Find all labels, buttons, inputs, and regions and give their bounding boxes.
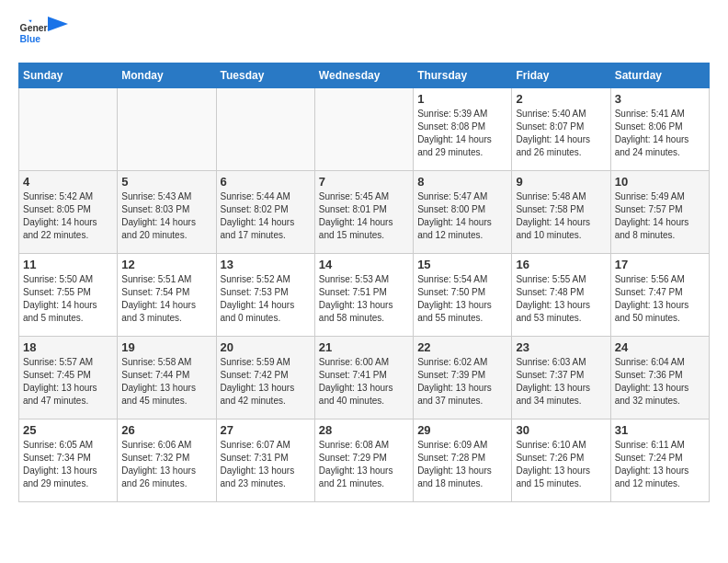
- day-number: 23: [516, 340, 606, 354]
- calendar-cell: [118, 88, 216, 171]
- weekday-header-tuesday: Tuesday: [216, 63, 314, 88]
- calendar-cell: 19Sunrise: 5:58 AM Sunset: 7:44 PM Dayli…: [118, 337, 216, 419]
- day-info: Sunrise: 5:47 AM Sunset: 8:00 PM Dayligh…: [417, 190, 507, 242]
- week-row-1: 1Sunrise: 5:39 AM Sunset: 8:08 PM Daylig…: [19, 88, 710, 171]
- svg-text:Blue: Blue: [20, 34, 41, 44]
- day-number: 31: [615, 423, 705, 437]
- week-row-4: 18Sunrise: 5:57 AM Sunset: 7:45 PM Dayli…: [19, 337, 710, 419]
- day-info: Sunrise: 6:09 AM Sunset: 7:28 PM Dayligh…: [417, 439, 507, 490]
- day-info: Sunrise: 6:05 AM Sunset: 7:34 PM Dayligh…: [23, 439, 113, 490]
- calendar-cell: 4Sunrise: 5:42 AM Sunset: 8:05 PM Daylig…: [19, 171, 118, 254]
- calendar-cell: 6Sunrise: 5:44 AM Sunset: 8:02 PM Daylig…: [216, 171, 314, 254]
- day-info: Sunrise: 6:02 AM Sunset: 7:39 PM Dayligh…: [417, 356, 507, 408]
- calendar-cell: 12Sunrise: 5:51 AM Sunset: 7:54 PM Dayli…: [118, 254, 216, 337]
- calendar-cell: 1Sunrise: 5:39 AM Sunset: 8:08 PM Daylig…: [414, 88, 512, 171]
- day-info: Sunrise: 5:42 AM Sunset: 8:05 PM Dayligh…: [23, 190, 113, 242]
- weekday-header-sunday: Sunday: [19, 63, 118, 88]
- day-info: Sunrise: 5:50 AM Sunset: 7:55 PM Dayligh…: [23, 273, 113, 325]
- calendar-cell: 16Sunrise: 5:55 AM Sunset: 7:48 PM Dayli…: [512, 254, 610, 337]
- day-number: 4: [23, 175, 113, 189]
- calendar-cell: 23Sunrise: 6:03 AM Sunset: 7:37 PM Dayli…: [512, 337, 610, 419]
- day-info: Sunrise: 5:48 AM Sunset: 7:58 PM Dayligh…: [516, 190, 606, 242]
- weekday-header-saturday: Saturday: [610, 63, 709, 88]
- day-info: Sunrise: 6:10 AM Sunset: 7:26 PM Dayligh…: [516, 439, 606, 490]
- weekday-header-row: SundayMondayTuesdayWednesdayThursdayFrid…: [19, 63, 710, 88]
- day-info: Sunrise: 6:07 AM Sunset: 7:31 PM Dayligh…: [221, 439, 311, 490]
- weekday-header-wednesday: Wednesday: [314, 63, 413, 88]
- day-number: 24: [615, 340, 705, 354]
- day-number: 5: [121, 175, 211, 189]
- day-info: Sunrise: 5:43 AM Sunset: 8:03 PM Dayligh…: [121, 190, 211, 242]
- calendar-cell: 26Sunrise: 6:06 AM Sunset: 7:32 PM Dayli…: [118, 419, 216, 502]
- calendar-cell: [19, 88, 118, 171]
- calendar-cell: 15Sunrise: 5:54 AM Sunset: 7:50 PM Dayli…: [414, 254, 512, 337]
- day-number: 30: [516, 423, 606, 437]
- day-number: 13: [221, 258, 311, 271]
- day-number: 15: [417, 258, 507, 271]
- calendar-cell: 9Sunrise: 5:48 AM Sunset: 7:58 PM Daylig…: [512, 171, 610, 254]
- day-info: Sunrise: 6:08 AM Sunset: 7:29 PM Dayligh…: [319, 439, 409, 490]
- calendar-cell: 17Sunrise: 5:56 AM Sunset: 7:47 PM Dayli…: [610, 254, 709, 337]
- day-info: Sunrise: 5:58 AM Sunset: 7:44 PM Dayligh…: [121, 356, 211, 408]
- logo-flag-icon: [48, 17, 68, 42]
- day-number: 6: [221, 175, 311, 189]
- day-number: 2: [516, 92, 606, 106]
- day-info: Sunrise: 5:39 AM Sunset: 8:08 PM Dayligh…: [417, 108, 507, 159]
- day-number: 10: [615, 175, 705, 189]
- day-number: 17: [615, 258, 705, 271]
- weekday-header-friday: Friday: [512, 63, 610, 88]
- calendar-cell: 7Sunrise: 5:45 AM Sunset: 8:01 PM Daylig…: [314, 171, 413, 254]
- day-info: Sunrise: 6:06 AM Sunset: 7:32 PM Dayligh…: [121, 439, 211, 490]
- day-info: Sunrise: 5:53 AM Sunset: 7:51 PM Dayligh…: [319, 273, 409, 325]
- calendar-cell: 13Sunrise: 5:52 AM Sunset: 7:53 PM Dayli…: [216, 254, 314, 337]
- calendar-cell: 20Sunrise: 5:59 AM Sunset: 7:42 PM Dayli…: [216, 337, 314, 419]
- day-number: 14: [319, 258, 409, 271]
- day-number: 20: [221, 340, 311, 354]
- calendar-cell: 18Sunrise: 5:57 AM Sunset: 7:45 PM Dayli…: [19, 337, 118, 419]
- calendar-cell: 11Sunrise: 5:50 AM Sunset: 7:55 PM Dayli…: [19, 254, 118, 337]
- day-info: Sunrise: 5:41 AM Sunset: 8:06 PM Dayligh…: [615, 108, 705, 159]
- day-info: Sunrise: 5:44 AM Sunset: 8:02 PM Dayligh…: [221, 190, 311, 242]
- calendar-cell: 2Sunrise: 5:40 AM Sunset: 8:07 PM Daylig…: [512, 88, 610, 171]
- day-info: Sunrise: 5:59 AM Sunset: 7:42 PM Dayligh…: [221, 356, 311, 408]
- calendar-cell: 14Sunrise: 5:53 AM Sunset: 7:51 PM Dayli…: [314, 254, 413, 337]
- calendar-cell: 28Sunrise: 6:08 AM Sunset: 7:29 PM Dayli…: [314, 419, 413, 502]
- day-number: 3: [615, 92, 705, 106]
- logo-icon: General Blue: [18, 18, 48, 48]
- day-info: Sunrise: 5:55 AM Sunset: 7:48 PM Dayligh…: [516, 273, 606, 325]
- calendar-table: SundayMondayTuesdayWednesdayThursdayFrid…: [18, 63, 710, 502]
- week-row-3: 11Sunrise: 5:50 AM Sunset: 7:55 PM Dayli…: [19, 254, 710, 337]
- day-number: 21: [319, 340, 409, 354]
- day-number: 22: [417, 340, 507, 354]
- day-number: 1: [417, 92, 507, 106]
- day-number: 9: [516, 175, 606, 189]
- calendar-cell: 8Sunrise: 5:47 AM Sunset: 8:00 PM Daylig…: [414, 171, 512, 254]
- day-number: 26: [121, 423, 211, 437]
- svg-marker-3: [48, 17, 68, 31]
- svg-marker-2: [28, 20, 31, 23]
- weekday-header-monday: Monday: [118, 63, 216, 88]
- day-info: Sunrise: 5:52 AM Sunset: 7:53 PM Dayligh…: [221, 273, 311, 325]
- calendar-cell: 27Sunrise: 6:07 AM Sunset: 7:31 PM Dayli…: [216, 419, 314, 502]
- day-number: 7: [319, 175, 409, 189]
- svg-text:General: General: [20, 23, 48, 33]
- day-number: 27: [221, 423, 311, 437]
- calendar-cell: 10Sunrise: 5:49 AM Sunset: 7:57 PM Dayli…: [610, 171, 709, 254]
- day-number: 28: [319, 423, 409, 437]
- logo: General Blue: [18, 18, 68, 48]
- day-number: 19: [121, 340, 211, 354]
- calendar-cell: [216, 88, 314, 171]
- day-number: 12: [121, 258, 211, 271]
- calendar-cell: 29Sunrise: 6:09 AM Sunset: 7:28 PM Dayli…: [414, 419, 512, 502]
- calendar-cell: 24Sunrise: 6:04 AM Sunset: 7:36 PM Dayli…: [610, 337, 709, 419]
- day-info: Sunrise: 5:56 AM Sunset: 7:47 PM Dayligh…: [615, 273, 705, 325]
- page-header: General Blue: [18, 18, 710, 48]
- day-number: 8: [417, 175, 507, 189]
- calendar-cell: 30Sunrise: 6:10 AM Sunset: 7:26 PM Dayli…: [512, 419, 610, 502]
- day-number: 25: [23, 423, 113, 437]
- week-row-5: 25Sunrise: 6:05 AM Sunset: 7:34 PM Dayli…: [19, 419, 710, 502]
- calendar-cell: 22Sunrise: 6:02 AM Sunset: 7:39 PM Dayli…: [414, 337, 512, 419]
- day-info: Sunrise: 6:00 AM Sunset: 7:41 PM Dayligh…: [319, 356, 409, 408]
- calendar-cell: 25Sunrise: 6:05 AM Sunset: 7:34 PM Dayli…: [19, 419, 118, 502]
- day-info: Sunrise: 5:57 AM Sunset: 7:45 PM Dayligh…: [23, 356, 113, 408]
